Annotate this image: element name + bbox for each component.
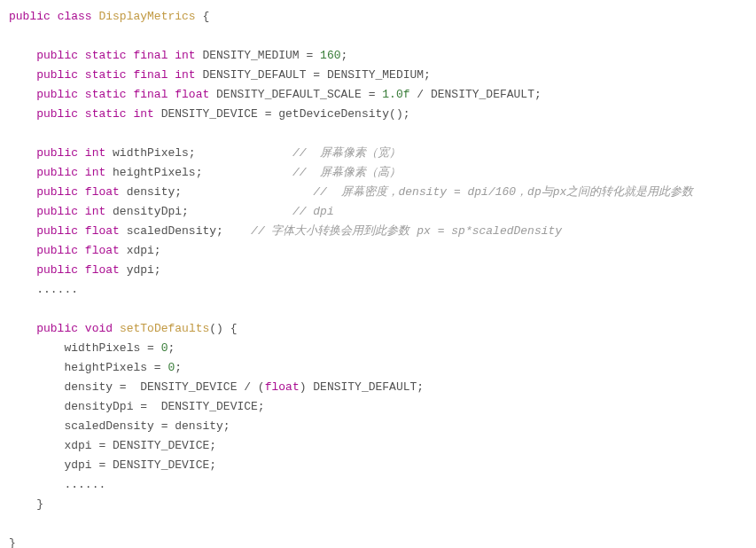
- code-line: public float xdpi;: [9, 244, 161, 257]
- code-line: public int widthPixels; // 屏幕像素（宽）: [9, 146, 401, 160]
- code-line: widthPixels = 0;: [9, 341, 175, 355]
- code-line: public class DisplayMetrics {: [9, 10, 209, 23]
- code-line: heightPixels = 0;: [9, 361, 182, 374]
- code-line: public static final int DENSITY_MEDIUM =…: [9, 49, 347, 62]
- code-line: public static final int DENSITY_DEFAULT …: [9, 68, 431, 82]
- code-line: public float scaledDensity; // 字体大小转换会用到…: [9, 224, 562, 238]
- code-line: xdpi = DENSITY_DEVICE;: [9, 439, 216, 452]
- code-line: scaledDensity = density;: [9, 419, 230, 433]
- code-line: public int heightPixels; // 屏幕像素（高）: [9, 166, 401, 179]
- code-line: ......: [9, 283, 78, 296]
- code-line: ......: [9, 478, 105, 491]
- code-line: }: [9, 497, 43, 511]
- code-line: public static int DENSITY_DEVICE = getDe…: [9, 107, 410, 121]
- code-line: public float ydpi;: [9, 263, 161, 277]
- code-line: density = DENSITY_DEVICE / (float) DENSI…: [9, 380, 424, 394]
- code-line: public void setToDefaults() {: [9, 322, 238, 335]
- code-line: }: [9, 536, 16, 548]
- code-line: public int densityDpi; // dpi: [9, 205, 334, 218]
- code-block: public class DisplayMetrics { public sta…: [0, 0, 756, 548]
- code-line: ydpi = DENSITY_DEVICE;: [9, 458, 216, 472]
- code-line: densityDpi = DENSITY_DEVICE;: [9, 400, 265, 413]
- code-line: public float density; // 屏幕密度，density = …: [9, 185, 693, 199]
- code-line: public static final float DENSITY_DEFAUL…: [9, 88, 542, 101]
